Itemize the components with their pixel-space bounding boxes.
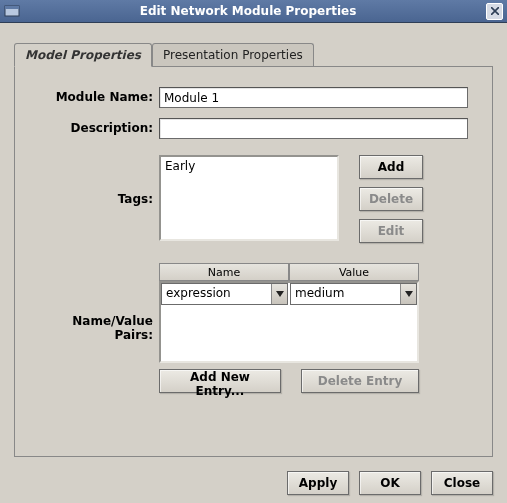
label-nv-pairs: Name/Value Pairs: [39,314,159,342]
tags-delete-button[interactable]: Delete [359,187,423,211]
description-input[interactable] [159,118,468,139]
dialog-button-row: Apply OK Close [14,471,493,495]
nv-grid: Name Value expression m [159,263,419,363]
nv-header-name[interactable]: Name [159,263,289,281]
close-icon [491,7,499,15]
nv-name-combo[interactable]: expression [161,283,288,305]
module-name-input[interactable] [159,87,468,108]
tags-edit-button[interactable]: Edit [359,219,423,243]
tab-strip: Model Properties Presentation Properties [14,43,493,67]
tags-add-button[interactable]: Add [359,155,423,179]
svg-marker-3 [405,291,413,297]
label-description: Description: [39,118,159,135]
label-tags: Tags: [39,192,159,206]
apply-button[interactable]: Apply [287,471,349,495]
tab-panel-model: Module Name: Description: Tags: Early Ad… [14,67,493,457]
svg-rect-1 [5,6,19,9]
chevron-down-icon[interactable] [271,284,287,304]
svg-marker-2 [276,291,284,297]
window-title: Edit Network Module Properties [26,4,470,18]
window-close-button[interactable] [486,3,503,20]
nv-value-value: medium [291,284,400,304]
dialog-body: Model Properties Presentation Properties… [0,23,507,503]
tab-presentation-properties[interactable]: Presentation Properties [152,43,314,66]
chevron-down-icon[interactable] [400,284,416,304]
nv-delete-entry-button[interactable]: Delete Entry [301,369,419,393]
tab-model-properties[interactable]: Model Properties [14,43,152,67]
nv-row: expression medium [161,283,417,305]
ok-button[interactable]: OK [359,471,421,495]
nv-header-value[interactable]: Value [289,263,419,281]
label-module-name: Module Name: [39,87,159,104]
tags-list-item[interactable]: Early [165,159,333,173]
nv-name-value: expression [162,284,271,304]
tags-list[interactable]: Early [159,155,339,241]
titlebar: Edit Network Module Properties [0,0,507,23]
close-button[interactable]: Close [431,471,493,495]
nv-value-combo[interactable]: medium [290,283,417,305]
nv-add-entry-button[interactable]: Add New Entry... [159,369,281,393]
app-icon [4,3,20,19]
